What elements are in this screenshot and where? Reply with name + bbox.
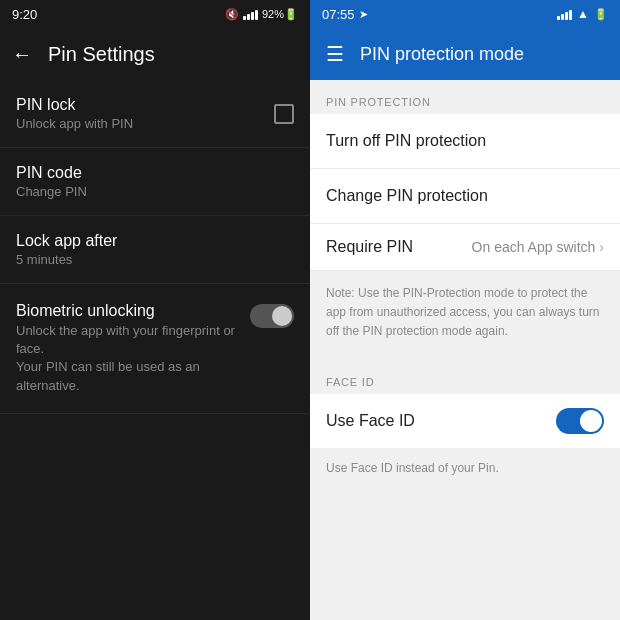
face-id-item[interactable]: Use Face ID [310,394,620,448]
left-top-bar: ← Pin Settings [0,28,310,80]
face-id-label: Use Face ID [326,412,415,430]
right-top-bar: ☰ PIN protection mode [310,28,620,80]
require-pin-label: Require PIN [326,238,413,256]
left-status-bar: 9:20 🔇 92%🔋 [0,0,310,28]
pin-note-text: Note: Use the PIN-Protection mode to pro… [326,286,599,338]
right-status-left: 07:55 ➤ [322,7,368,22]
right-status-bar: 07:55 ➤ ▲ 🔋 [310,0,620,28]
biometric-title: Biometric unlocking [16,302,236,320]
signal-icon [243,8,258,20]
biometric-item[interactable]: Biometric unlocking Unlock the app with … [0,284,310,414]
biometric-text: Biometric unlocking Unlock the app with … [16,302,236,395]
pin-code-title: PIN code [16,164,87,182]
face-id-note-text: Use Face ID instead of your Pin. [326,461,499,475]
mute-icon: 🔇 [225,8,239,21]
right-status-icons: ▲ 🔋 [557,7,608,21]
require-pin-item[interactable]: Require PIN On each App switch › [310,224,620,271]
pin-lock-text: PIN lock Unlock app with PIN [16,96,133,131]
biometric-toggle-container[interactable] [250,304,294,328]
face-id-note-box: Use Face ID instead of your Pin. [310,448,620,486]
require-pin-value-container: On each App switch › [472,239,604,255]
right-time: 07:55 [322,7,355,22]
back-button[interactable]: ← [12,43,32,66]
right-signal-icon [557,8,572,20]
lock-app-after-item[interactable]: Lock app after 5 minutes [0,216,310,284]
turn-off-pin-item[interactable]: Turn off PIN protection [310,114,620,169]
pin-lock-item[interactable]: PIN lock Unlock app with PIN [0,80,310,148]
left-time: 9:20 [12,7,37,22]
pin-code-subtitle: Change PIN [16,184,87,199]
right-screen-title: PIN protection mode [360,44,524,65]
pin-lock-checkbox[interactable] [274,104,294,124]
biometric-toggle[interactable] [250,304,294,328]
battery-left: 92%🔋 [262,8,298,21]
lock-app-subtitle: 5 minutes [16,252,117,267]
pin-code-item[interactable]: PIN code Change PIN [0,148,310,216]
lock-app-text: Lock app after 5 minutes [16,232,117,267]
section-divider [310,352,620,360]
left-panel: 9:20 🔇 92%🔋 ← Pin Settings PIN lock Unlo… [0,0,310,620]
pin-code-text: PIN code Change PIN [16,164,87,199]
require-pin-chevron: › [599,239,604,255]
change-pin-label: Change PIN protection [326,187,488,204]
hamburger-menu-button[interactable]: ☰ [326,42,344,66]
left-screen-title: Pin Settings [48,43,155,66]
require-pin-value: On each App switch [472,239,596,255]
wifi-icon: ▲ [577,7,589,21]
location-icon: ➤ [359,8,368,21]
pin-lock-subtitle: Unlock app with PIN [16,116,133,131]
face-id-section-label: FACE ID [310,360,620,394]
pin-lock-title: PIN lock [16,96,133,114]
biometric-subtitle: Unlock the app with your fingerprint or … [16,322,236,395]
right-panel: 07:55 ➤ ▲ 🔋 ☰ PIN protection mode PIN PR… [310,0,620,620]
pin-note-box: Note: Use the PIN-Protection mode to pro… [310,271,620,352]
left-status-icons: 🔇 92%🔋 [225,8,298,21]
face-id-toggle[interactable] [556,408,604,434]
pin-protection-section-label: PIN PROTECTION [310,80,620,114]
lock-app-title: Lock app after [16,232,117,250]
change-pin-item[interactable]: Change PIN protection [310,169,620,224]
turn-off-pin-label: Turn off PIN protection [326,132,486,149]
right-battery-icon: 🔋 [594,8,608,21]
